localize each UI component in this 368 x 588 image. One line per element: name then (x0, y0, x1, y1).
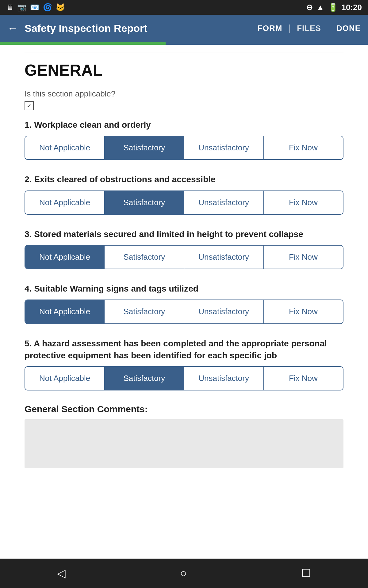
question-block-5: 5. A hazard assessment has been complete… (25, 337, 343, 391)
main-content: GENERAL Is this section applicable? ✓ 1.… (0, 45, 368, 559)
question-text-5: 5. A hazard assessment has been complete… (25, 337, 343, 361)
pinwheel-icon: 🌀 (43, 3, 52, 12)
btn-not-applicable-5[interactable]: Not Applicable (25, 367, 105, 390)
section-title: GENERAL (25, 61, 343, 79)
comments-box[interactable] (25, 419, 343, 468)
btn-not-applicable-2[interactable]: Not Applicable (25, 191, 105, 214)
status-bar-right: ⊖ ▲ 🔋 10:20 (306, 3, 362, 12)
btn-unsatisfactory-2[interactable]: Unsatisfactory (184, 191, 264, 214)
question-text-3: 3. Stored materials secured and limited … (25, 228, 343, 240)
screen-icon: 🖥 (6, 3, 13, 12)
btn-satisfactory-5[interactable]: Satisfactory (105, 367, 184, 390)
question-block-2: 2. Exits cleared of obstructions and acc… (25, 173, 343, 214)
do-not-disturb-icon: ⊖ (306, 3, 313, 12)
question-block-1: 1. Workplace clean and orderly Not Appli… (25, 119, 343, 160)
back-button[interactable]: ← (7, 22, 18, 35)
clock: 10:20 (342, 3, 362, 12)
header: ← Safety Inspection Report FORM | FILES … (0, 15, 368, 42)
question-block-3: 3. Stored materials secured and limited … (25, 228, 343, 269)
btn-fix-now-3[interactable]: Fix Now (264, 246, 343, 269)
btn-fix-now-2[interactable]: Fix Now (264, 191, 343, 214)
btn-satisfactory-4[interactable]: Satisfactory (105, 300, 184, 323)
question-block-4: 4. Suitable Warning signs and tags utili… (25, 283, 343, 324)
email-icon: 📧 (30, 3, 39, 12)
btn-unsatisfactory-3[interactable]: Unsatisfactory (184, 246, 264, 269)
camera-icon: 📷 (17, 3, 26, 12)
applicable-checkbox[interactable]: ✓ (25, 101, 34, 110)
status-bar: 🖥 📷 📧 🌀 🐱 ⊖ ▲ 🔋 10:20 (0, 0, 368, 15)
tab-files[interactable]: FILES (291, 21, 327, 36)
recents-nav-icon[interactable]: ☐ (301, 567, 311, 580)
back-nav-icon[interactable]: ◁ (57, 567, 66, 580)
applicable-question: Is this section applicable? (25, 89, 343, 99)
nav-bar: ◁ ○ ☐ (0, 559, 368, 588)
btn-fix-now-1[interactable]: Fix Now (264, 136, 343, 159)
btn-fix-now-5[interactable]: Fix Now (264, 367, 343, 390)
wifi-icon: ▲ (316, 3, 324, 12)
header-tabs: FORM | FILES (251, 21, 327, 36)
btn-satisfactory-1[interactable]: Satisfactory (105, 136, 184, 159)
page-title: Safety Inspection Report (25, 22, 251, 34)
question-text-1: 1. Workplace clean and orderly (25, 119, 343, 131)
cat-icon: 🐱 (56, 3, 65, 12)
btn-unsatisfactory-1[interactable]: Unsatisfactory (184, 136, 264, 159)
done-button[interactable]: DONE (336, 24, 361, 33)
btn-not-applicable-3[interactable]: Not Applicable (25, 246, 105, 269)
btn-satisfactory-2[interactable]: Satisfactory (105, 191, 184, 214)
btn-group-5: Not Applicable Satisfactory Unsatisfacto… (25, 366, 343, 390)
tab-form[interactable]: FORM (251, 21, 289, 36)
btn-satisfactory-3[interactable]: Satisfactory (105, 246, 184, 269)
tab-divider: | (288, 23, 291, 33)
comments-label: General Section Comments: (25, 404, 343, 414)
battery-icon: 🔋 (328, 3, 338, 12)
applicable-checkbox-row: ✓ (25, 101, 343, 110)
progress-bar-container (0, 42, 368, 45)
btn-not-applicable-4[interactable]: Not Applicable (25, 300, 105, 323)
btn-group-4: Not Applicable Satisfactory Unsatisfacto… (25, 300, 343, 324)
home-nav-icon[interactable]: ○ (180, 567, 187, 580)
btn-not-applicable-1[interactable]: Not Applicable (25, 136, 105, 159)
question-text-4: 4. Suitable Warning signs and tags utili… (25, 283, 343, 295)
btn-unsatisfactory-4[interactable]: Unsatisfactory (184, 300, 264, 323)
section-divider (25, 52, 343, 52)
btn-fix-now-4[interactable]: Fix Now (264, 300, 343, 323)
btn-group-3: Not Applicable Satisfactory Unsatisfacto… (25, 245, 343, 269)
status-bar-left: 🖥 📷 📧 🌀 🐱 (6, 3, 65, 12)
progress-bar-fill (0, 42, 166, 45)
btn-group-2: Not Applicable Satisfactory Unsatisfacto… (25, 190, 343, 215)
btn-group-1: Not Applicable Satisfactory Unsatisfacto… (25, 136, 343, 160)
question-text-2: 2. Exits cleared of obstructions and acc… (25, 173, 343, 185)
btn-unsatisfactory-5[interactable]: Unsatisfactory (184, 367, 264, 390)
